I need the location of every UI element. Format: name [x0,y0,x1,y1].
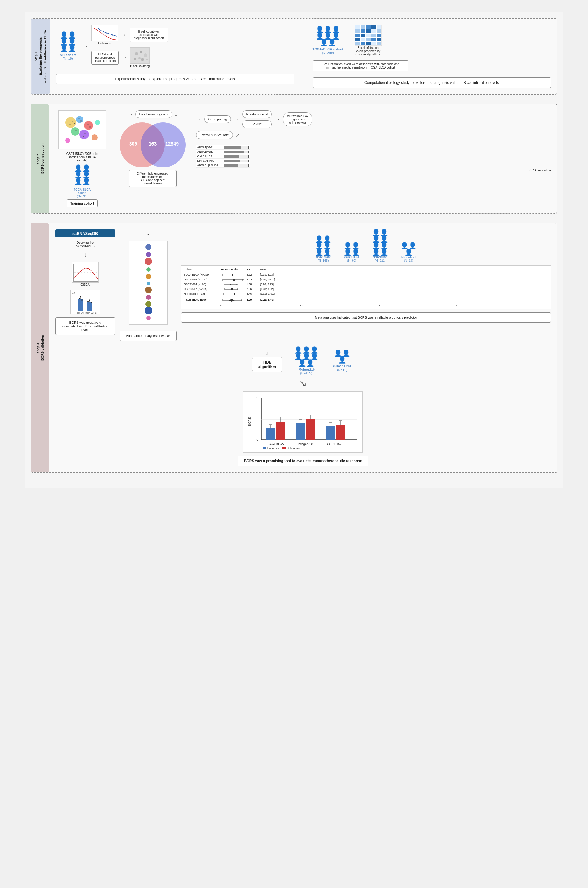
arrow-bmarker: → [128,111,133,117]
svg-rect-142 [306,419,315,439]
svg-rect-78 [87,302,93,311]
forest-header: Cohort Hazard Ratio HR 95%CI [184,268,548,272]
forest-hr-3: 1.68 [247,283,258,287]
gene-dot-4 [248,160,249,162]
svg-point-10 [146,59,148,60]
step2-tcga-label: TCGA-BLCA cohort (N=399) [74,185,91,198]
person-icon: 👤 [323,242,331,249]
forest-row-1: TCGA-BLCA (N=399) 3.12 [2.30; 4. [184,273,548,277]
person-icon: 👤 [400,242,408,249]
svg-rect-106 [233,279,235,281]
person-icon: 👤 [372,242,380,249]
gene-name-5: ABRACL|PSMD2 [198,164,224,167]
svg-point-93 [146,268,150,272]
svg-rect-14 [361,25,365,29]
forest-xlabel-2: 0.5 [300,304,303,307]
svg-point-52 [90,126,91,128]
person-icon: 👤 [372,236,380,242]
svg-text:TCGA-BLCA: TCGA-BLCA [267,442,284,446]
svg-text:BCRS: BCRS [248,417,251,426]
tide-immunotherapy: ↓ TIDE algorithm 👤 👤 👤 👤 👤 [56,347,551,466]
person-icon: 👤 [332,33,340,39]
step1-right: 👤 👤 👤 👤 👤 👤 👤 👤 TCGA-BLCA cohort (N=3 [313,24,551,88]
diff-expr-box: Differentially-expressed genes between B… [129,170,177,187]
person-icon: 👤 [315,236,323,242]
gene-bar-2 [224,151,244,153]
gene-dot-1 [248,146,249,149]
forest-xlabel-5: 10 [534,304,536,307]
gse32894-group: 👤 👤 👤 👤 👤 👤 👤 👤 GSE32894 (N=221) [368,229,392,262]
svg-text:GSE111636: GSE111636 [327,442,344,446]
svg-text:IMvigor210: IMvigor210 [298,442,313,446]
svg-point-8 [134,58,136,60]
step3-right: 👤 👤 👤 👤 👤 👤 GSE13507 (N=165) [181,229,550,322]
tissue-path: BLCA and paracancerous tissue collection… [91,47,168,68]
svg-text:low BCRS: low BCRS [77,312,87,314]
svg-point-11 [138,57,141,59]
person-icon: 👤 [380,242,388,249]
svg-rect-27 [377,33,381,37]
svg-point-38 [65,117,76,128]
tcga-label: TCGA-BLCA cohort [313,47,343,51]
cohorts-row: 👤 👤 👤 👤 👤 👤 GSE13507 (N=165) [181,229,550,262]
person-icon: 👤 [68,39,76,45]
svg-rect-156 [282,447,286,449]
svg-text:high BCRS: high BCRS [86,312,97,314]
svg-text:309: 309 [129,141,137,146]
assoc2-box: B cell infiltration levels were associat… [313,60,408,71]
arrow-tissue: → [122,54,127,61]
umap-svg [58,110,106,149]
svg-point-5 [135,52,138,55]
forest-ci-bar-5 [221,292,245,297]
svg-point-44 [65,138,70,143]
svg-point-92 [145,258,152,265]
svg-rect-145 [326,426,334,439]
svg-text:B cell count: B cell count [70,293,72,304]
person-icon: 👤 [306,360,314,367]
assoc2-container: B cell infiltration levels were associat… [313,60,551,71]
gsea-label: GSEA [81,283,90,286]
svg-rect-21 [371,29,376,33]
svg-rect-20 [366,29,371,33]
person-icon: 👤 [60,45,68,52]
person-icon: 👤 [334,350,342,357]
gene-bar-area-1 [224,146,248,149]
svg-text:5: 5 [257,408,258,412]
person-icon: 👤 [380,236,388,242]
forest-xaxis: 0.1 0.5 1 2 10 [184,304,548,307]
svg-rect-37 [377,42,381,45]
nh-cohort-group: 👤 👤 👤 👤 👤 👤 NH cohort (N=19) [56,32,80,60]
nh-cohort2-persons: 👤 👤 👤 [396,242,420,256]
step1-section: Step 1 Exploring the prognosis value of … [31,18,558,95]
svg-point-94 [146,274,151,279]
nh-bar-svg: 40 [70,290,100,314]
tide-row: ↓ TIDE algorithm 👤 👤 👤 👤 👤 [252,347,354,375]
svg-text:high BCRS: high BCRS [286,447,300,449]
svg-point-55 [82,135,84,137]
step1-layout: 👤 👤 👤 👤 👤 👤 NH cohort (N=19) → [56,24,551,88]
forest-row-fixed: Fixed effect model 2.79 [184,297,548,303]
step2-section: Step 2 BCRS construction [31,104,558,214]
person-icon: 👤 [82,178,90,185]
svg-point-96 [145,287,152,293]
gse13507-group: 👤 👤 👤 👤 👤 👤 GSE13507 (N=165) [311,236,335,262]
step2-content: GSE145137 (2075 cells samles from a BLCA… [50,104,557,213]
svg-rect-32 [377,38,381,41]
heatmap-container: B cell infiltration levels predicted by … [355,24,381,56]
person-icon: 👤 [310,354,318,360]
gene-dot-3 [248,155,249,158]
random-forest-box: Random forest [242,110,272,118]
arrow-genepairing: → [196,116,201,122]
gse13507-n: (N=165) [318,259,328,262]
svg-point-39 [76,116,83,123]
svg-point-48 [69,124,70,125]
person-icon: 👤 [405,249,412,256]
pan-cancer-box: Pan-cancer analyses of BCRS [120,331,177,341]
svg-text:40: 40 [72,292,75,294]
person-icon: 👤 [310,347,318,354]
forest-ci-bar-2 [221,278,245,282]
step1-right-flow: 👤 👤 👤 👤 👤 👤 👤 👤 TCGA-BLCA cohort (N=3 [313,24,551,56]
forest-cohort-2: GSE32894 (N=221) [184,278,220,282]
step3-top-row: scRNASeqDB Querying the scRNASeqDB ↓ [56,229,551,341]
svg-point-99 [144,307,152,315]
